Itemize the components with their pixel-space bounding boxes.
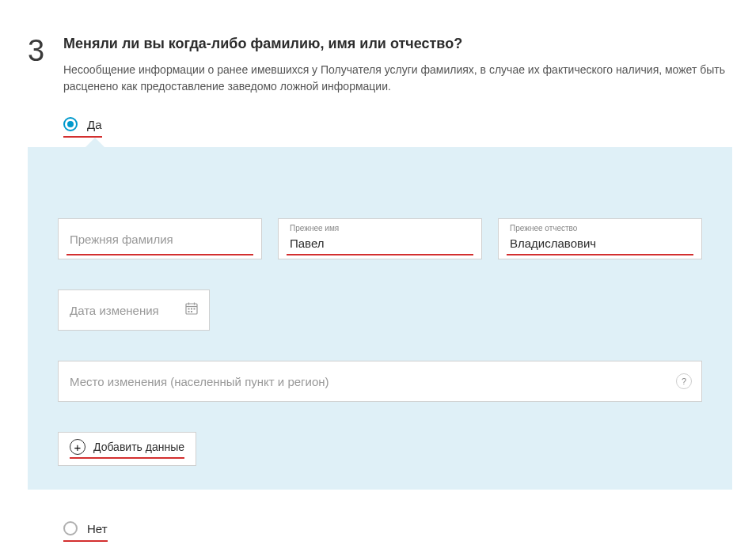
plus-icon: + [70,439,85,455]
date-row: Дата изменения [58,289,702,331]
radio-option-yes[interactable]: Да [63,117,102,136]
svg-rect-8 [191,311,192,312]
prev-patronymic-field[interactable]: Прежнее отчество Владиславович [498,218,702,259]
underline-indicator [507,254,693,255]
svg-rect-4 [188,308,190,310]
prev-name-label: Прежнее имя [290,224,339,233]
change-date-placeholder: Дата изменения [70,304,198,317]
svg-rect-7 [188,311,190,312]
radio-no-wrapper: Нет [63,521,728,542]
radio-circle-icon [63,521,78,535]
change-place-field[interactable]: Место изменения (населенный пункт и реги… [58,361,702,402]
prev-name-field[interactable]: Прежнее имя Павел [278,218,482,259]
add-button-label: Добавить данные [93,441,184,453]
calendar-icon [185,302,198,318]
expanded-panel: Прежняя фамилия Прежнее имя Павел Прежне… [28,147,732,490]
svg-rect-6 [194,308,196,310]
change-place-placeholder: Место изменения (населенный пункт и реги… [70,375,690,388]
prev-surname-field[interactable]: Прежняя фамилия [58,218,262,259]
radio-group: Да [63,117,728,138]
svg-rect-5 [191,308,192,310]
add-button-row: + Добавить данные [58,432,702,466]
question-title: Меняли ли вы когда-либо фамилию, имя или… [63,36,728,52]
name-fields-row: Прежняя фамилия Прежнее имя Павел Прежне… [58,218,702,259]
change-date-field[interactable]: Дата изменения [58,289,210,331]
radio-option-no[interactable]: Нет [63,521,108,540]
underline-indicator [66,254,253,255]
prev-surname-placeholder: Прежняя фамилия [70,233,250,246]
prev-patronymic-label: Прежнее отчество [510,224,577,233]
radio-label-yes: Да [87,118,102,131]
radio-circle-icon [63,117,78,131]
place-row: Место изменения (населенный пункт и реги… [58,361,702,402]
underline-indicator [287,254,473,255]
question-description: Несообщение информации о ранее имевшихся… [63,62,728,95]
expanded-panel-wrapper: Прежняя фамилия Прежнее имя Павел Прежне… [63,147,728,490]
radio-label-no: Нет [87,522,108,535]
panel-pointer [85,138,104,147]
step-content: Меняли ли вы когда-либо фамилию, имя или… [63,36,728,542]
add-data-button[interactable]: + Добавить данные [58,432,196,466]
help-icon[interactable]: ? [676,373,692,389]
form-step-container: 3 Меняли ли вы когда-либо фамилию, имя и… [0,0,752,542]
